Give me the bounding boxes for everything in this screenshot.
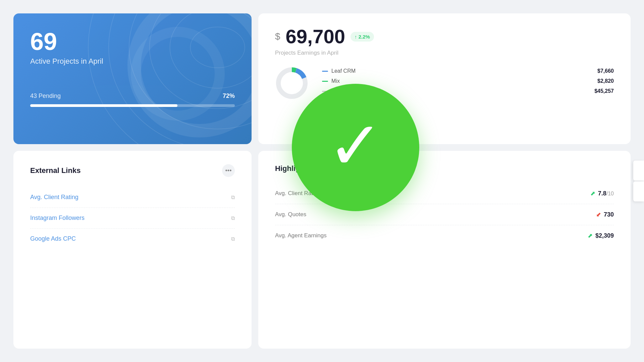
card-external-links: External Links ••• Avg. Client Rating ⧉ … <box>13 151 252 349</box>
earnings-badge: ↑ 2.2% <box>351 32 374 42</box>
legend-name-2: Mix <box>331 78 340 84</box>
highlight-label-3: Avg. Agent Earnings <box>275 232 327 239</box>
highlight-value-area-1: ⬈ 7.8/10 <box>590 190 614 197</box>
legend-name-1: Leaf CRM <box>331 68 356 74</box>
link-text-2[interactable]: Instagram Followers <box>30 215 85 222</box>
highlight-label-2: Avg. Quotes <box>275 211 306 218</box>
donut-chart <box>275 66 309 100</box>
highlight-value-area-2: ⬋ 730 <box>596 211 614 218</box>
checkmark-overlay: ✓ <box>292 84 419 211</box>
external-link-icon-1[interactable]: ⧉ <box>231 194 235 200</box>
card-header-links: External Links ••• <box>30 164 235 177</box>
svg-point-4 <box>170 13 252 88</box>
highlight-value-area-3: ⬈ $2,309 <box>588 232 614 239</box>
earnings-amount: 69,700 <box>286 27 345 46</box>
right-tabs <box>633 161 644 201</box>
trend-down-icon-2: ⬋ <box>596 211 601 218</box>
dollar-sign: $ <box>275 31 280 42</box>
earnings-header: $ 69,700 ↑ 2.2% <box>275 27 614 46</box>
svg-point-5 <box>190 27 245 68</box>
highlight-value-1: 7.8/10 <box>598 190 614 197</box>
link-text-3[interactable]: Google Ads CPC <box>30 235 76 242</box>
legend-value-2: $2,820 <box>597 78 614 84</box>
highlight-item-3: Avg. Agent Earnings ⬈ $2,309 <box>275 225 614 246</box>
progress-fill <box>30 104 177 107</box>
trend-up-icon-3: ⬈ <box>588 232 593 239</box>
link-text-1[interactable]: Avg. Client Rating <box>30 194 78 201</box>
legend-value-1: $7,660 <box>597 68 614 74</box>
legend-item-2: Mix $2,820 <box>322 78 614 84</box>
external-link-icon-3[interactable]: ⧉ <box>231 236 235 242</box>
legend-value-3: $45,257 <box>594 88 614 94</box>
project-footer: 43 Pending 72% <box>30 93 235 107</box>
link-item-1: Avg. Client Rating ⧉ <box>30 187 235 208</box>
percent-text: 72% <box>223 93 235 100</box>
svg-point-0 <box>150 13 252 109</box>
checkmark-symbol: ✓ <box>327 112 384 179</box>
svg-point-1 <box>129 13 252 129</box>
progress-bar <box>30 104 235 107</box>
trend-up-icon-1: ⬈ <box>590 190 595 197</box>
project-label: Active Projects in April <box>30 57 235 66</box>
project-count: 69 <box>30 29 235 54</box>
link-item-3: Google Ads CPC ⧉ <box>30 229 235 249</box>
card-active-projects: 69 Active Projects in April 43 Pending 7… <box>13 13 252 144</box>
external-link-icon-2[interactable]: ⧉ <box>231 215 235 221</box>
external-links-title: External Links <box>30 166 80 175</box>
highlight-value-3: $2,309 <box>595 232 614 239</box>
pending-text: 43 Pending <box>30 93 61 100</box>
legend-dash-blue <box>322 71 328 72</box>
more-button[interactable]: ••• <box>222 164 235 177</box>
pending-row: 43 Pending 72% <box>30 93 235 100</box>
highlight-item-2: Avg. Quotes ⬋ 730 <box>275 204 614 225</box>
link-item-2: Instagram Followers ⧉ <box>30 208 235 229</box>
legend-dash-green <box>322 81 328 82</box>
legend-item-1: Leaf CRM $7,660 <box>322 68 614 74</box>
earnings-subtitle: Projects Earnings in April <box>275 50 614 56</box>
right-tab-1[interactable] <box>633 161 644 181</box>
right-tab-2[interactable] <box>633 181 644 201</box>
highlight-value-2: 730 <box>604 211 614 218</box>
